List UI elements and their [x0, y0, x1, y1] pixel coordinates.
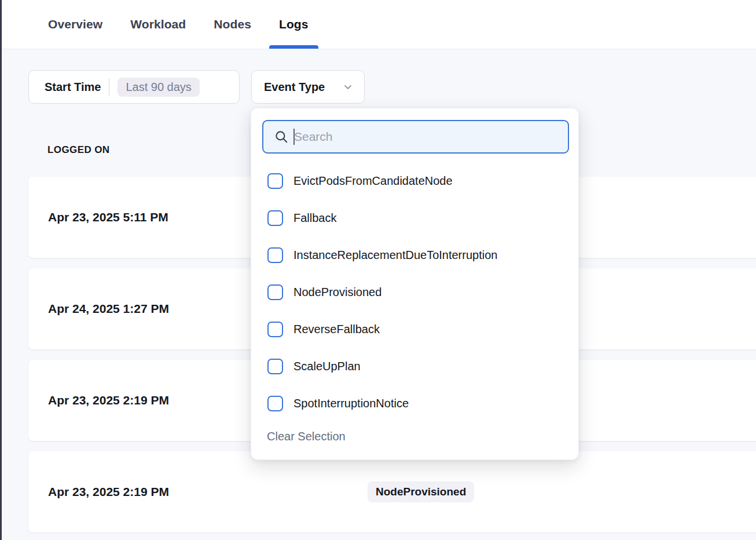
option-label: EvictPodsFromCandidateNode — [293, 174, 453, 188]
checkbox-icon[interactable] — [267, 210, 283, 226]
event-type-filter-label: Event Type — [264, 81, 325, 94]
tab-workload[interactable]: Workload — [130, 0, 186, 49]
checkbox-icon[interactable] — [267, 359, 283, 374]
checkbox-icon[interactable] — [267, 284, 283, 300]
logged-on-value: Apr 23, 2025 2:19 PM — [48, 393, 169, 407]
option-label: InstanceReplacementDueToInterruption — [293, 249, 497, 262]
tab-overview[interactable]: Overview — [48, 0, 102, 49]
logged-on-value: Apr 24, 2025 1:27 PM — [48, 302, 169, 316]
option-nodeprovisioned[interactable]: NodeProvisioned — [251, 273, 578, 311]
option-fallback[interactable]: Fallback — [251, 199, 578, 236]
option-label: Fallback — [293, 211, 336, 225]
option-label: ScaleUpPlan — [293, 360, 361, 373]
tab-logs[interactable]: Logs — [279, 0, 309, 49]
dropdown-search-box[interactable] — [262, 120, 569, 154]
start-time-filter-button[interactable]: Start Time Last 90 days — [28, 70, 240, 104]
log-row[interactable]: Apr 23, 2025 2:19 PM NodeProvisioned — [28, 451, 756, 532]
option-spotinterruptionnotice[interactable]: SpotInterruptionNotice — [251, 385, 578, 422]
app-edge-divider — [0, 0, 2, 540]
start-time-filter-value: Last 90 days — [118, 78, 199, 97]
event-type-dropdown-panel: EvictPodsFromCandidateNode Fallback Inst… — [251, 108, 579, 460]
event-type-badge: NodeProvisioned — [368, 481, 474, 502]
column-header-logged-on: LOGGED ON — [47, 144, 110, 156]
option-reversefallback[interactable]: ReverseFallback — [251, 311, 578, 348]
checkbox-icon[interactable] — [267, 247, 283, 263]
checkbox-icon[interactable] — [267, 173, 283, 189]
event-type-filter-button[interactable]: Event Type — [251, 70, 365, 104]
tab-nodes[interactable]: Nodes — [214, 0, 251, 49]
option-label: NodeProvisioned — [293, 286, 381, 299]
logged-on-value: Apr 23, 2025 2:19 PM — [48, 485, 169, 499]
logged-on-value: Apr 23, 2025 5:11 PM — [48, 210, 168, 224]
chevron-down-icon — [342, 81, 354, 93]
option-label: ReverseFallback — [293, 323, 380, 336]
option-label: SpotInterruptionNotice — [293, 397, 409, 410]
tab-bar: Overview Workload Nodes Logs — [0, 0, 756, 49]
option-evictpodsfromcandidatenode[interactable]: EvictPodsFromCandidateNode — [251, 162, 578, 199]
magnifier-icon — [274, 129, 289, 144]
checkbox-icon[interactable] — [267, 396, 283, 411]
checkbox-icon[interactable] — [267, 322, 283, 337]
option-scaleupplan[interactable]: ScaleUpPlan — [251, 348, 578, 385]
event-type-options-list: EvictPodsFromCandidateNode Fallback Inst… — [251, 162, 578, 422]
start-time-filter-label: Start Time — [45, 81, 101, 94]
clear-selection-button[interactable]: Clear Selection — [267, 430, 346, 443]
option-instancereplacementduetointerruption[interactable]: InstanceReplacementDueToInterruption — [251, 236, 578, 273]
filter-divider — [109, 78, 109, 96]
search-input[interactable] — [294, 130, 561, 144]
